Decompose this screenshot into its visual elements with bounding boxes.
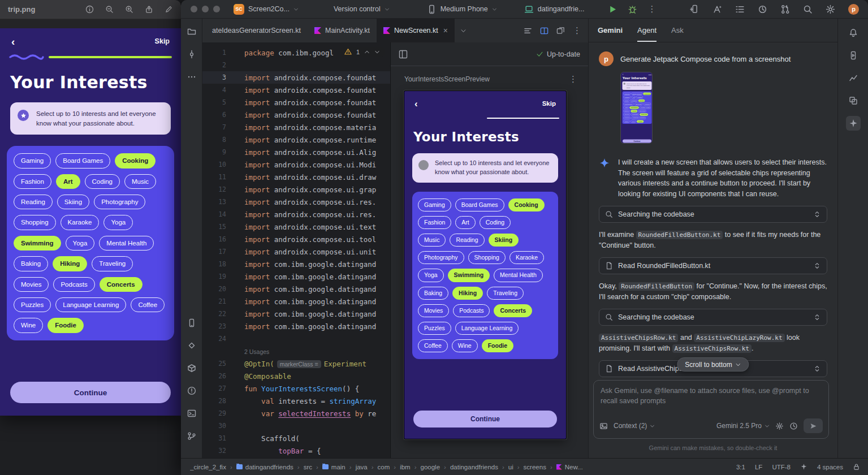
breadcrumb-item[interactable]: google xyxy=(421,464,441,470)
code-line[interactable]: package com.ibm.googl xyxy=(244,49,334,57)
interest-chip-concerts[interactable]: Concerts xyxy=(494,304,532,317)
gutter-line-number[interactable]: 8 xyxy=(202,136,235,144)
hidden-tabs-chevron-icon[interactable] xyxy=(460,19,467,42)
breadcrumb-item[interactable]: datingandfriends xyxy=(450,464,498,470)
gutter-line-number[interactable]: 9 xyxy=(202,148,235,156)
editor-more-icon[interactable]: ⋮ xyxy=(573,25,581,36)
code-line[interactable]: import com.ibm.google.datingand xyxy=(244,322,376,331)
gutter-line-number[interactable]: 7 xyxy=(202,123,235,131)
tool-call-search-2[interactable]: Searching the codebase xyxy=(599,309,827,326)
code-line[interactable]: import androidx.compose.ui.grap xyxy=(244,185,376,194)
readonly-lock-icon[interactable] xyxy=(853,463,860,470)
prompt-history-icon[interactable] xyxy=(789,422,798,430)
code-line[interactable]: import androidx.compose.ui.text xyxy=(244,223,376,231)
gutter-line-number[interactable]: 30 xyxy=(202,422,235,430)
gutter-line-number[interactable]: 15 xyxy=(202,223,235,231)
code-line[interactable]: var selectedInterests by re xyxy=(244,409,376,418)
more-actions-icon[interactable]: ⋮ xyxy=(647,4,657,14)
share-icon[interactable] xyxy=(145,5,153,14)
interest-chip-photography[interactable]: Photography xyxy=(418,251,464,264)
gutter-line-number[interactable]: 1 xyxy=(202,49,235,57)
gutter-line-number[interactable]: 13 xyxy=(202,198,235,206)
code-line[interactable]: topBar = { xyxy=(244,447,321,455)
vcs-widget[interactable]: Version control xyxy=(334,5,390,13)
build-variants-icon[interactable] xyxy=(184,338,199,353)
device-mirroring-icon[interactable] xyxy=(690,5,699,14)
gutter-line-number[interactable]: 10 xyxy=(202,161,235,169)
line-separator[interactable]: LF xyxy=(755,464,762,470)
gutter-line-number[interactable]: 28 xyxy=(202,397,235,405)
info-icon[interactable] xyxy=(85,5,94,14)
code-line[interactable]: import androidx.compose.foundat xyxy=(244,86,376,94)
interest-chip-swimming[interactable]: Swimming xyxy=(448,269,490,282)
code-line[interactable]: @OptIn(markerClass =Experiment xyxy=(244,360,366,368)
file-encoding[interactable]: UTF-8 xyxy=(772,464,791,470)
code-line[interactable]: val interests = stringArray xyxy=(244,397,376,405)
interest-chip-foodie[interactable]: Foodie xyxy=(482,339,513,352)
usages-hint[interactable]: 2 Usages xyxy=(244,348,269,355)
gemini-prompt-input[interactable] xyxy=(594,381,828,412)
breadcrumb-item[interactable]: ui xyxy=(508,464,513,470)
tab-ask[interactable]: Ask xyxy=(671,19,684,42)
search-icon[interactable] xyxy=(803,5,813,14)
gutter-line-number[interactable]: 20 xyxy=(202,285,235,293)
preview-window-titlebar[interactable]: trip.png xyxy=(0,0,181,19)
gutter-line-number[interactable]: 14 xyxy=(202,210,235,218)
todo-list-icon[interactable] xyxy=(735,5,745,14)
more-tool-windows-icon[interactable] xyxy=(184,70,199,84)
interest-chip-traveling[interactable]: Traveling xyxy=(487,287,524,300)
zoom-out-icon[interactable] xyxy=(105,5,114,14)
indent-setting[interactable]: 4 spaces xyxy=(817,464,843,470)
scroll-to-bottom-button[interactable]: Scroll to bottom xyxy=(677,357,749,372)
problems-icon[interactable] xyxy=(184,383,199,398)
next-problem-icon[interactable] xyxy=(374,49,380,55)
interest-chip-podcasts[interactable]: Podcasts xyxy=(453,304,490,317)
tool-call-read-1[interactable]: Read RoundedFilledButton.kt xyxy=(599,257,827,274)
layout-inspector-icon[interactable] xyxy=(846,93,861,108)
code-line[interactable]: import androidx.compose.materia xyxy=(244,123,376,132)
run-configuration[interactable]: datingandfrie... xyxy=(524,5,585,14)
markup-pencil-icon[interactable] xyxy=(165,5,173,14)
tab-newscreen[interactable]: NewScreen.kt × xyxy=(377,19,455,42)
app-inspection-icon[interactable] xyxy=(184,361,199,375)
ai-status-icon[interactable] xyxy=(800,463,807,470)
breadcrumb-item[interactable]: _circle_2_fix xyxy=(190,464,226,470)
zoom-in-icon[interactable] xyxy=(125,5,133,14)
gutter-line-number[interactable]: 21 xyxy=(202,297,235,305)
traffic-light-close[interactable] xyxy=(191,6,197,12)
code-line[interactable]: import com.ibm.google.datingand xyxy=(244,310,376,318)
code-line[interactable]: @Composable xyxy=(244,372,291,381)
gemini-tool-icon[interactable] xyxy=(846,116,861,131)
skip-label[interactable]: Skip xyxy=(542,100,556,107)
code-line[interactable]: fun YourInterestsScreen() { xyxy=(244,385,359,393)
interest-chip-language-learning[interactable]: Language Learning xyxy=(455,322,519,335)
gutter-line-number[interactable]: 4 xyxy=(202,86,235,94)
breadcrumb-item[interactable]: main xyxy=(322,464,346,470)
interest-chip-cooking[interactable]: Cooking xyxy=(508,198,545,211)
gutter-line-number[interactable]: 2 xyxy=(202,61,235,69)
traffic-light-zoom[interactable] xyxy=(213,6,220,12)
split-editor-icon[interactable] xyxy=(540,27,549,35)
breadcrumb-item[interactable]: java xyxy=(356,464,368,470)
interest-chip-art[interactable]: Art xyxy=(455,216,475,229)
gutter-line-number[interactable]: 23 xyxy=(202,322,235,330)
build-analyzer-icon[interactable] xyxy=(758,5,767,14)
gutter-line-number[interactable]: 26 xyxy=(202,372,235,380)
gutter-line-number[interactable]: 19 xyxy=(202,273,235,280)
code-line[interactable]: import androidx.compose.ui.unit xyxy=(244,248,376,256)
run-button[interactable] xyxy=(608,5,617,14)
code-line[interactable]: import androidx.compose.runtime xyxy=(244,136,376,144)
gutter-line-number[interactable]: 16 xyxy=(202,235,235,243)
interest-chip-coffee[interactable]: Coffee xyxy=(418,339,448,352)
prev-problem-icon[interactable] xyxy=(364,49,370,55)
breadcrumb-item[interactable]: ibm xyxy=(400,464,411,470)
traffic-light-minimize[interactable] xyxy=(202,6,209,12)
code-line[interactable]: import androidx.compose.ui.draw xyxy=(244,173,376,182)
gutter-line-number[interactable]: 25 xyxy=(202,360,235,368)
interest-chip-board-games[interactable]: Board Games xyxy=(455,198,504,211)
gutter-line-number[interactable]: 12 xyxy=(202,185,235,193)
trip-image[interactable]: ‹ Skip Your Interests Select up to 10 in… xyxy=(0,28,181,416)
preview-name-label[interactable]: YourInterestsScreenPreview xyxy=(404,75,490,83)
tab-agent[interactable]: Agent xyxy=(637,19,657,42)
code-line[interactable]: import androidx.compose.foundat xyxy=(244,98,376,107)
